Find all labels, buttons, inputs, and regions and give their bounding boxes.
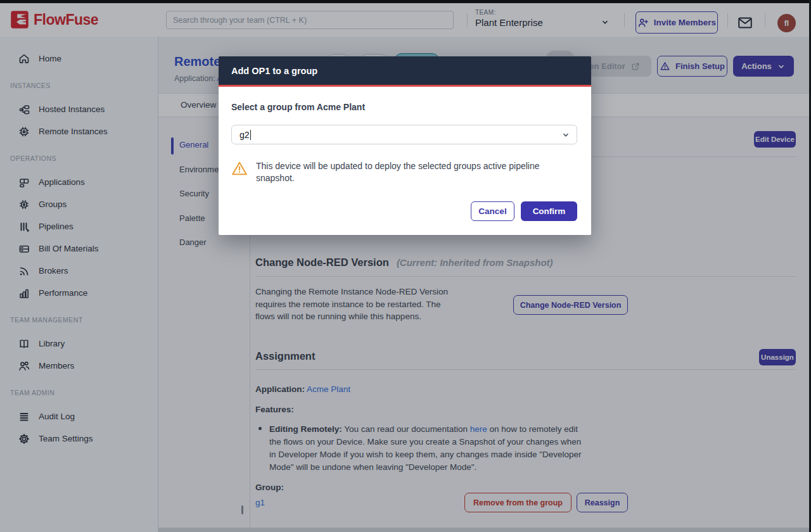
window-top-edge	[0, 0, 811, 3]
group-select-label: Select a group from Acme Plant	[231, 102, 577, 112]
modal-title: Add OP1 to a group	[231, 66, 317, 76]
warning-triangle-icon	[231, 160, 248, 177]
modal-actions: Cancel Confirm	[231, 201, 577, 222]
modal-warning: This device will be updated to deploy th…	[231, 160, 577, 184]
group-select-input[interactable]: g2	[231, 125, 577, 144]
cancel-button[interactable]: Cancel	[471, 201, 514, 221]
warning-text: This device will be updated to deploy th…	[256, 160, 566, 184]
combo-chevron-down-icon[interactable]	[561, 130, 570, 139]
modal-body: Select a group from Acme Plant g2 This d…	[219, 87, 591, 235]
text-caret	[250, 130, 252, 140]
group-select-value: g2	[239, 130, 250, 140]
confirm-button[interactable]: Confirm	[521, 201, 577, 221]
app-window: FlowFuse TEAM: Plant Enterprise Invite M…	[0, 0, 811, 532]
add-to-group-modal: Add OP1 to a group Select a group from A…	[219, 56, 591, 235]
modal-header: Add OP1 to a group	[219, 56, 591, 85]
